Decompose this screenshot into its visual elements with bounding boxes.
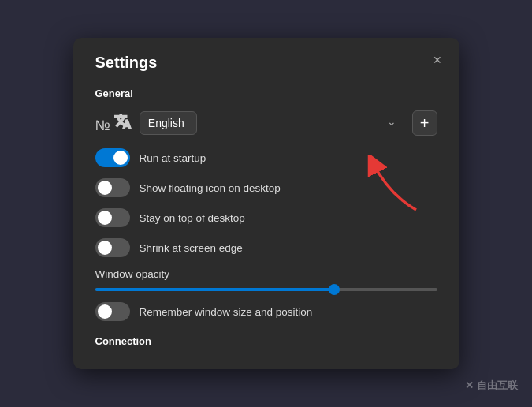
opacity-section: Window opacity <box>95 268 437 291</box>
opacity-slider-track <box>95 288 437 291</box>
toggle-remember-window[interactable] <box>95 302 130 321</box>
add-language-button[interactable]: + <box>412 110 437 136</box>
connection-section-label: Connection <box>95 335 437 347</box>
toggle-stay-on-top[interactable] <box>95 208 130 227</box>
toggle-label-stay-on-top: Stay on top of desktop <box>140 212 245 224</box>
toggle-row-stay-on-top: Stay on top of desktop <box>95 208 437 227</box>
toggle-thumb-floating-icon <box>98 181 112 195</box>
language-select[interactable]: English 中文 Español <box>140 111 197 135</box>
translate-icon: № <box>95 113 132 134</box>
toggle-thumb-shrink-edge <box>98 241 112 255</box>
toggle-thumb-stay-on-top <box>98 211 112 225</box>
opacity-slider-fill <box>95 288 335 291</box>
general-section-label: General <box>95 88 437 99</box>
toggle-shrink-edge[interactable] <box>95 238 130 257</box>
toggle-label-floating-icon: Show floating icon on desktop <box>140 182 281 194</box>
toggle-row-shrink-edge: Shrink at screen edge <box>95 238 437 257</box>
toggle-label-remember-window: Remember window size and position <box>140 306 313 318</box>
toggle-thumb-remember-window <box>98 304 112 319</box>
toggle-floating-icon[interactable] <box>95 178 130 197</box>
close-icon: ✕ <box>433 54 442 66</box>
toggle-label-run-startup: Run at startup <box>140 152 206 164</box>
watermark-text: ✕ 自由互联 <box>465 379 518 393</box>
overlay: Settings ✕ General № English 中文 Español … <box>0 0 532 407</box>
close-button[interactable]: ✕ <box>426 49 448 71</box>
toggle-thumb-run-startup <box>113 151 128 165</box>
toggle-label-shrink-edge: Shrink at screen edge <box>140 242 243 254</box>
opacity-slider-thumb[interactable] <box>329 284 340 295</box>
watermark: ✕ 自由互联 <box>465 379 518 393</box>
settings-dialog: Settings ✕ General № English 中文 Español … <box>73 38 459 369</box>
dialog-title: Settings <box>95 54 437 72</box>
toggle-run-startup[interactable] <box>95 148 130 167</box>
toggle-row-run-startup: Run at startup <box>95 148 437 167</box>
toggle-row-floating-icon: Show floating icon on desktop <box>95 178 437 197</box>
language-row: № English 中文 Español + <box>95 110 437 136</box>
language-select-wrap: English 中文 Español <box>140 111 404 135</box>
plus-icon: + <box>420 114 430 133</box>
opacity-label: Window opacity <box>95 268 437 280</box>
toggle-row-remember-window: Remember window size and position <box>95 302 437 321</box>
